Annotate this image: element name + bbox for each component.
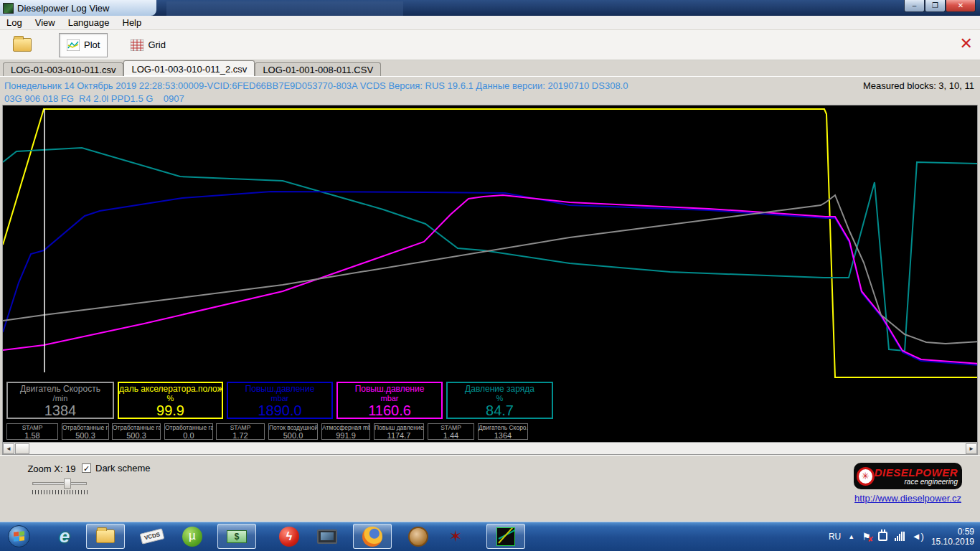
- dark-scheme-checkbox[interactable]: ✓: [82, 463, 91, 473]
- tab-log-1[interactable]: LOG-01-003-010-011.csv: [3, 62, 123, 76]
- menu-language[interactable]: Language: [62, 16, 116, 30]
- zoom-x-slider[interactable]: [32, 479, 87, 489]
- taskbar-dieselpower-active[interactable]: [486, 524, 525, 549]
- volume-icon[interactable]: ◄): [912, 531, 924, 542]
- taskbar-utorrent[interactable]: µ: [178, 524, 207, 549]
- mini-box-airflow[interactable]: Поток воздушной... 500.0: [268, 423, 318, 440]
- mini-box-stamp2[interactable]: STAMP 1.72: [216, 423, 265, 440]
- mini-box-egt2[interactable]: Отработанные га... 500.3: [112, 423, 161, 440]
- network-signal-icon[interactable]: [895, 532, 905, 541]
- grid-view-button[interactable]: Grid: [123, 33, 173, 57]
- grid-button-label: Grid: [148, 39, 166, 50]
- taskbar-money-app-active[interactable]: $: [217, 524, 256, 549]
- vcds-icon: VCDS: [140, 528, 165, 544]
- open-file-button[interactable]: [6, 33, 39, 57]
- legend-unit: mbar: [228, 394, 331, 402]
- mini-title: Повыш давление...: [374, 424, 423, 431]
- ie-icon: e: [60, 525, 70, 547]
- mini-title: Отработанные га...: [62, 424, 108, 431]
- mini-box-egt1[interactable]: Отработанные га... 500.3: [62, 423, 109, 440]
- taskbar-internet-explorer[interactable]: e: [50, 524, 79, 549]
- dieselpower-link[interactable]: http://www.dieselpower.cz: [854, 493, 962, 504]
- menu-log[interactable]: Log: [0, 16, 29, 30]
- mini-box-boost[interactable]: Повыш давление... 1174.7: [374, 423, 424, 440]
- power-plug-icon[interactable]: [878, 532, 887, 541]
- legend-value: 84.7: [448, 402, 552, 418]
- plot-svg: [3, 105, 977, 380]
- menu-help[interactable]: Help: [116, 16, 149, 30]
- series-Повыш.давление фактическое (mbar): [3, 195, 977, 364]
- mini-value: 500.3: [113, 431, 160, 440]
- turbo-icon: ✳: [857, 467, 875, 486]
- scrollbar-thumb[interactable]: [15, 443, 29, 454]
- legend-boost-actual[interactable]: Повыш.давление mbar 1160.6: [336, 382, 443, 419]
- menu-bar: Log View Language Help: [0, 16, 980, 30]
- slider-ticks: [32, 490, 88, 494]
- mini-box-stamp3[interactable]: STAMP 1.44: [428, 423, 474, 440]
- scroll-left-button[interactable]: ◄: [3, 443, 14, 454]
- language-indicator[interactable]: RU: [829, 532, 841, 542]
- horizontal-scrollbar[interactable]: ◄ ►: [3, 442, 977, 454]
- mini-value: 1174.7: [374, 431, 423, 440]
- legend-boost-specified[interactable]: Повыш.давление mbar 1890.0: [227, 382, 333, 419]
- mini-title: STAMP: [7, 424, 57, 431]
- dark-scheme-control[interactable]: ✓ Dark scheme: [82, 463, 151, 474]
- system-tray: RU ▲ ⚑✘ ◄) 0:59 15.10.2019: [829, 522, 977, 551]
- taskbar-firefox-active[interactable]: [353, 524, 392, 549]
- minimize-button[interactable]: –: [904, 0, 925, 12]
- legend-value: 99.9: [119, 402, 222, 418]
- taskbar-display-app[interactable]: [313, 524, 341, 549]
- measured-blocks-label: Measured blocks: 3, 10, 11: [863, 80, 974, 91]
- legend-engine-speed[interactable]: Двигатель Скорость /min 1384: [6, 382, 114, 419]
- mini-value: 1.44: [428, 431, 473, 440]
- legend-accel-pedal[interactable]: даль акселератора.положен % 99.9: [118, 382, 223, 419]
- mini-box-atmospheric[interactable]: Атмосферная mb... 991.9: [321, 423, 370, 440]
- plot-area[interactable]: Двигатель Скорость /min 1384 даль акселе…: [2, 105, 978, 455]
- start-button[interactable]: [4, 524, 33, 549]
- clock-time: 0:59: [931, 527, 974, 537]
- title-area: Dieselpower Log View: [0, 0, 156, 16]
- close-plot-icon[interactable]: ✕: [960, 36, 973, 52]
- background-window-ghost: [166, 1, 403, 16]
- scroll-right-button[interactable]: ►: [966, 443, 977, 454]
- file-tabs: LOG-01-003-010-011.csv LOG-01-003-010-01…: [0, 60, 980, 76]
- tray-chevron-icon[interactable]: ▲: [848, 533, 854, 540]
- toolbar: Plot Grid ✕: [0, 30, 980, 60]
- restore-button[interactable]: ❐: [925, 0, 946, 12]
- tab-log-2-active[interactable]: LOG-01-003-010-011_2.csv: [123, 60, 255, 76]
- app-icon: [3, 3, 14, 14]
- mini-value: 500.0: [269, 431, 317, 440]
- mini-value: 0.0: [165, 431, 212, 440]
- tab-log-3[interactable]: LOG-01-001-008-011.CSV: [255, 62, 381, 76]
- taskbar-explorer-active[interactable]: [86, 524, 125, 549]
- menu-view[interactable]: View: [29, 16, 62, 30]
- plot-icon: [67, 39, 80, 51]
- utorrent-icon: µ: [182, 527, 202, 547]
- monitor-icon: [317, 529, 337, 544]
- log-info-line1: Понедельник 14 Октябрь 2019 22:28:53:000…: [4, 80, 628, 91]
- legend-title: Повыш.давление: [228, 384, 331, 394]
- mini-box-stamp1[interactable]: STAMP 1.58: [6, 423, 58, 440]
- plot-view-button[interactable]: Plot: [59, 33, 108, 57]
- open-folder-icon: [13, 38, 32, 52]
- dieselpower-app-icon: [496, 527, 515, 546]
- mini-box-engine-speed[interactable]: Двигатель Скоро... 1364: [478, 423, 528, 440]
- taskbar-vcds[interactable]: VCDS: [138, 524, 166, 549]
- slider-thumb[interactable]: [64, 479, 71, 489]
- taskbar-palm-app[interactable]: ✶: [441, 524, 470, 549]
- mini-value: 1364: [479, 431, 527, 440]
- action-center-flag-icon[interactable]: ⚑✘: [862, 531, 871, 542]
- grid-icon: [131, 39, 143, 51]
- taskbar-lightning-app[interactable]: ϟ: [275, 524, 303, 549]
- legend-charge-pressure[interactable]: Давление заряда % 84.7: [446, 382, 553, 419]
- firefox-icon: [362, 527, 382, 547]
- legend-title: Повыш.давление: [338, 384, 441, 394]
- mini-title: Двигатель Скоро...: [479, 424, 527, 431]
- close-button[interactable]: ✕: [946, 0, 976, 12]
- logo-subtext: race engineering: [875, 478, 958, 486]
- clock[interactable]: 0:59 15.10.2019: [931, 527, 974, 547]
- mini-title: STAMP: [428, 424, 473, 431]
- taskbar-game-app[interactable]: [404, 524, 433, 549]
- mini-box-egt3[interactable]: Отработанные га... 0.0: [164, 423, 213, 440]
- legend-value: 1890.0: [228, 402, 331, 418]
